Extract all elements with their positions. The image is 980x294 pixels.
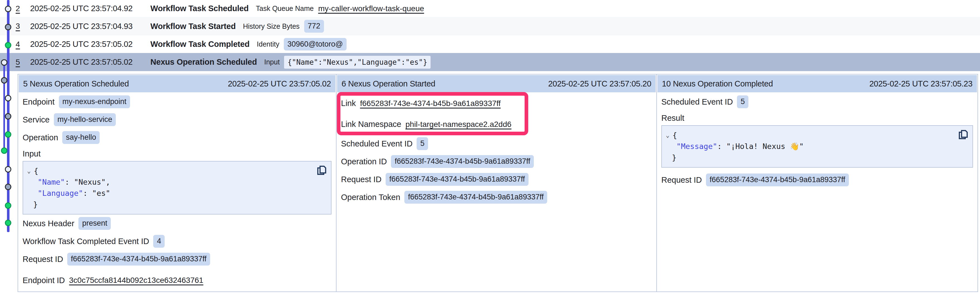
event-name: Workflow Task Scheduled (150, 4, 249, 13)
operation-badge: say-hello (62, 131, 100, 144)
field-label: Request ID (22, 255, 63, 264)
field-label: Request ID (341, 175, 382, 184)
panel-header: 10 Nexus Operation Completed 2025-02-25 … (657, 75, 977, 92)
field-label: Endpoint ID (22, 276, 65, 285)
request-id-badge: f665283f-743e-4374-b45b-9a61a89337ff (386, 173, 528, 186)
timeline-dot-green (5, 131, 11, 138)
event-number-link[interactable]: 4 (16, 40, 30, 49)
field-label: Link Namespace (341, 120, 401, 129)
event-number-link[interactable]: 3 (16, 22, 30, 31)
timeline-dot-green (5, 202, 11, 209)
field-operation-id: Operation ID f665283f-743e-4374-b45b-9a6… (341, 153, 652, 170)
history-size-badge: 772 (304, 20, 324, 32)
field-service: Service my-hello-service (22, 111, 331, 129)
field-operation-token: Operation Token f665283f-743e-4374-b45b-… (341, 188, 652, 206)
timeline-dot-green (5, 42, 11, 49)
copy-icon[interactable] (317, 165, 328, 176)
field-request-id: Request ID f665283f-743e-4374-b45b-9a61a… (341, 170, 652, 188)
event-timestamp: 2025-02-25 UTC 23:57:05.02 (30, 40, 150, 49)
event-row-2[interactable]: 2 2025-02-25 UTC 23:57:04.92 Workflow Ta… (0, 0, 980, 17)
event-timestamp: 2025-02-25 UTC 23:57:04.93 (30, 22, 150, 31)
panel-nexus-operation-started: 6 Nexus Operation Started 2025-02-25 UTC… (337, 75, 657, 291)
field-endpoint-id: Endpoint ID 3c0c75ccfa8144b092c13ce63246… (22, 272, 331, 289)
field-request-id: Request ID f665283f-743e-4374-b45b-9a61a… (22, 250, 331, 268)
event-name: Nexus Operation Scheduled (150, 57, 257, 67)
input-payload-chip: {"Name":"Nexus","Language":"es"} (284, 56, 431, 68)
field-label: Operation ID (341, 157, 387, 166)
timeline-dot-white (5, 166, 11, 173)
timeline-dot-gray (1, 77, 8, 84)
operation-id-badge: f665283f-743e-4374-b45b-9a61a89337ff (391, 155, 534, 168)
timeline-line (3, 62, 5, 151)
event-field-label: Identity (257, 40, 279, 48)
timeline-dot-gray (5, 24, 11, 30)
collapse-chevron-icon[interactable]: ⌄ (27, 165, 34, 176)
timeline-dot-white (1, 59, 8, 66)
scheduled-event-id-badge: 5 (737, 95, 748, 108)
link-namespace-link[interactable]: phil-target-namespace2.a2dd6 (406, 120, 511, 129)
field-operation: Operation say-hello (22, 129, 331, 146)
endpoint-badge: my-nexus-endpoint (59, 95, 130, 108)
panel-title: 10 Nexus Operation Completed (662, 79, 773, 88)
panel-nexus-operation-completed: 10 Nexus Operation Completed 2025-02-25 … (657, 75, 977, 291)
task-queue-link[interactable]: my-caller-workflow-task-queue (318, 4, 424, 13)
field-nexus-header: Nexus Header present (22, 215, 331, 232)
timeline-gutter (0, 0, 18, 294)
event-field-label: Task Queue Name (256, 5, 313, 13)
wtc-event-id-badge: 4 (153, 235, 165, 248)
field-wtc-event-id: Workflow Task Completed Event ID 4 (22, 232, 331, 250)
event-field-label: Input (264, 58, 280, 66)
link-link[interactable]: f665283f-743e-4374-b45b-9a61a89337ff (360, 99, 501, 108)
field-scheduled-event-id: Scheduled Event ID 5 (661, 93, 973, 111)
scheduled-event-id-badge: 5 (417, 137, 428, 150)
panel-title: 5 Nexus Operation Scheduled (23, 79, 129, 88)
event-row-4[interactable]: 4 2025-02-25 UTC 23:57:05.02 Workflow Ta… (0, 35, 980, 53)
field-label: Operation (22, 133, 58, 142)
field-label: Link (341, 99, 356, 108)
field-label: Scheduled Event ID (341, 139, 412, 148)
field-label: Endpoint (22, 97, 55, 106)
field-label: Request ID (661, 175, 702, 185)
event-number-link[interactable]: 2 (16, 4, 30, 13)
timeline-dot-gray (5, 113, 11, 120)
operation-token-badge: f665283f-743e-4374-b45b-9a61a89337ff (404, 191, 547, 203)
field-scheduled-event-id: Scheduled Event ID 5 (341, 135, 652, 153)
event-name: Workflow Task Started (150, 22, 236, 31)
timeline-dot-green (1, 148, 8, 154)
timeline-dot-white (5, 6, 11, 12)
field-endpoint: Endpoint my-nexus-endpoint (22, 93, 331, 111)
field-label: Service (22, 115, 50, 124)
service-badge: my-hello-service (54, 113, 116, 126)
request-id-badge: f665283f-743e-4374-b45b-9a61a89337ff (67, 253, 210, 265)
panel-header: 6 Nexus Operation Started 2025-02-25 UTC… (337, 75, 656, 92)
panel-title: 6 Nexus Operation Started (342, 79, 435, 88)
field-link: Link f665283f-743e-4374-b45b-9a61a89337f… (341, 93, 652, 114)
timeline-dot-gray (5, 184, 11, 190)
panel-timestamp: 2025-02-25 UTC 23:57:05.02 (228, 79, 331, 88)
input-payload-codeblock: ⌄{ "Name": "Nexus", "Language": "es" } (22, 161, 331, 215)
panel-nexus-operation-scheduled: 5 Nexus Operation Scheduled 2025-02-25 U… (18, 75, 337, 291)
endpoint-id-link[interactable]: 3c0c75ccfa8144b092c13ce632463761 (69, 276, 204, 285)
copy-icon[interactable] (958, 129, 969, 140)
panel-header: 5 Nexus Operation Scheduled 2025-02-25 U… (19, 75, 336, 92)
field-label: Operation Token (341, 193, 400, 202)
event-field-label: History Size Bytes (243, 22, 300, 30)
event-row-5-selected[interactable]: 5 2025-02-25 UTC 23:57:05.02 Nexus Opera… (0, 53, 980, 71)
event-number-link[interactable]: 5 (16, 58, 30, 67)
identity-badge: 30960@totoro@ (284, 38, 347, 51)
input-label: Input (22, 146, 331, 161)
event-row-3[interactable]: 3 2025-02-25 UTC 23:57:04.93 Workflow Ta… (0, 17, 980, 35)
timeline-dot-green (5, 220, 11, 226)
field-request-id: Request ID f665283f-743e-4374-b45b-9a61a… (661, 171, 973, 189)
result-label: Result (661, 111, 973, 125)
request-id-badge: f665283f-743e-4374-b45b-9a61a89337ff (706, 173, 849, 186)
event-detail-container: 5 Nexus Operation Scheduled 2025-02-25 U… (18, 74, 978, 292)
event-timestamp: 2025-02-25 UTC 23:57:04.92 (30, 4, 150, 13)
field-label: Workflow Task Completed Event ID (22, 237, 149, 246)
result-payload-codeblock: ⌄{ "Message": "¡Hola! Nexus 👋" } (661, 125, 973, 168)
field-label: Nexus Header (22, 219, 74, 228)
field-label: Scheduled Event ID (661, 97, 733, 106)
event-timestamp: 2025-02-25 UTC 23:57:05.02 (30, 57, 150, 67)
panel-timestamp: 2025-02-25 UTC 23:57:05.23 (870, 79, 972, 88)
collapse-chevron-icon[interactable]: ⌄ (666, 130, 673, 141)
